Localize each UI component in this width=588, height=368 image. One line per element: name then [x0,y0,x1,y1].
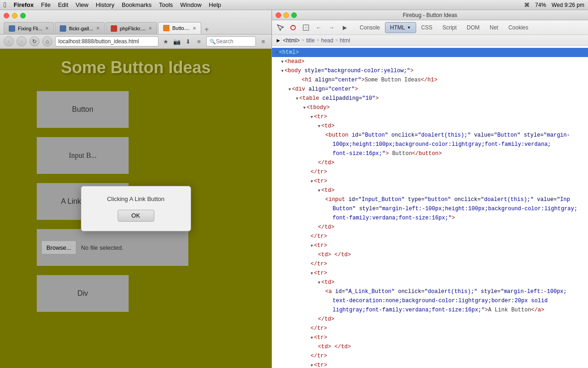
firebug-inspect-icon[interactable] [275,22,286,33]
tree-row-a-link[interactable]: <a id="A_Link_Button" onclick="doalert(t… [272,287,588,296]
menu-tools[interactable]: Tools [159,1,173,8]
firebug-select-icon[interactable] [300,22,311,33]
maximize-button[interactable] [20,13,26,18]
tab-button-ideas[interactable]: Butto.... ✕ [158,22,201,34]
tree-row-tr4-close[interactable]: </tr> [272,324,588,333]
firebug-maximize[interactable] [291,12,297,18]
menu-help[interactable]: Help [209,1,221,8]
firebug-run-icon[interactable]: ▶ [339,22,350,33]
apple-menu[interactable]:  [4,1,6,9]
tree-row-td5-empty[interactable]: <td> </td> [272,342,588,351]
triangle-tr6[interactable] [311,363,313,368]
firebug-close[interactable] [276,12,281,18]
tree-row-head[interactable]: <head> [272,57,588,66]
new-tab-button[interactable]: + [202,25,211,34]
tab-fixing-fli[interactable]: Fixing Fli... ✕ [4,22,54,34]
bookmark-icon[interactable]: ★ [161,37,170,46]
triangle-table[interactable] [296,97,298,101]
breadcrumb: ► <html> > title > head > html [272,35,588,46]
menu-bookmarks[interactable]: Bookmarks [122,1,152,8]
screenshot-icon[interactable]: 📷 [172,37,181,46]
breadcrumb-html[interactable]: <html> [283,37,300,44]
triangle-tbody[interactable] [303,106,305,110]
reload-button[interactable]: ↻ [29,36,40,46]
tab-flickr-gall[interactable]: flickr-gall... ✕ [55,22,105,34]
tree-row-tr6[interactable]: <tr> [272,361,588,368]
url-bar[interactable]: localhost:8888/button_ideas.html [55,36,158,46]
triangle-html[interactable] [276,51,278,55]
tab-net[interactable]: Net [485,22,503,33]
menu-icon[interactable]: ≡ [259,37,268,46]
triangle-td1[interactable] [318,124,320,129]
tab-label: Butto.... [172,25,190,31]
triangle-tr5[interactable] [311,336,313,340]
triangle-tr1[interactable] [311,115,313,120]
tree-row-table[interactable]: <table cellpadding="10"> [272,94,588,103]
tab-phpflickr[interactable]: phpFlickr.... ✕ [106,22,157,34]
more-icon[interactable]: ≡ [194,37,204,46]
tab-dom[interactable]: DOM [462,22,485,33]
menu-window[interactable]: Window [180,1,201,8]
tree-row-tr5[interactable]: <tr> [272,333,588,342]
tree-row-tr4[interactable]: <tr> [272,269,588,278]
triangle-td4[interactable] [318,281,320,285]
search-input[interactable] [216,38,253,45]
triangle-td2[interactable] [318,189,320,193]
tab-css[interactable]: CSS [416,22,438,33]
tab-close-icon[interactable]: ✕ [45,26,49,31]
tab-cookies[interactable]: Cookies [503,22,533,33]
tab-close-icon[interactable]: ✕ [96,26,100,31]
minimize-button[interactable] [12,13,17,18]
triangle-tr2[interactable] [311,179,313,184]
tree-row-h1[interactable]: <h1 align="center">Some Button Ideas</h1… [272,75,588,85]
close-button[interactable] [4,13,9,18]
menu-view[interactable]: View [76,1,89,8]
breadcrumb-title[interactable]: html [340,37,351,44]
tree-row-td2-close[interactable]: </td> [272,223,588,232]
tree-row-td1-close[interactable]: </td> [272,158,588,167]
forward-button[interactable]: › [17,36,27,46]
breadcrumb-head[interactable]: head [321,37,334,44]
triangle-div[interactable] [288,87,291,92]
tree-row-td4-close[interactable]: </td> [272,315,588,324]
tree-row-button[interactable]: <button id="Button" onclick="doalert(thi… [272,131,588,140]
menu-firefox[interactable]: Firefox [14,1,34,8]
tree-row-div-center[interactable]: <div align="center"> [272,85,588,94]
firebug-back-icon[interactable]: ← [313,22,324,33]
triangle-tr3[interactable] [311,244,313,248]
menu-history[interactable]: History [96,1,114,8]
tab-script[interactable]: Script [437,22,462,33]
firebug-forward-icon[interactable]: → [326,22,337,33]
tree-row-tr3-close[interactable]: </tr> [272,259,588,269]
tree-row-body[interactable]: <body style="background-color:yellow;"> [272,66,588,75]
firebug-bug-icon[interactable] [288,22,299,33]
triangle-head[interactable] [281,60,283,64]
tree-row-tr1[interactable]: <tr> [272,112,588,121]
tab-html[interactable]: HTML ▼ [385,22,416,33]
back-button[interactable]: ‹ [4,36,14,46]
triangle-body[interactable] [281,69,283,74]
tree-row-tr1-close[interactable]: </tr> [272,167,588,177]
tree-row-td1[interactable]: <td> [272,121,588,131]
tree-row-html[interactable]: <html> [272,48,588,57]
menu-edit[interactable]: Edit [58,1,68,8]
triangle-tr4[interactable] [311,271,313,276]
home-button[interactable]: ⌂ [42,36,52,46]
tab-close-icon[interactable]: ✕ [192,26,196,31]
tree-row-td4[interactable]: <td> [272,278,588,287]
tab-console[interactable]: Console [355,22,385,33]
tree-row-td3-empty[interactable]: <td> </td> [272,250,588,259]
tree-row-tbody[interactable]: <tbody> [272,103,588,112]
tree-row-input-button[interactable]: <input id="Input_Button" type="button" o… [272,195,588,204]
tree-row-tr2-close[interactable]: </tr> [272,232,588,241]
tab-close-icon[interactable]: ✕ [148,26,152,31]
tree-row-tr2[interactable]: <tr> [272,177,588,186]
tree-row-tr5-close[interactable]: </tr> [272,351,588,361]
breadcrumb-body[interactable]: title [306,37,315,44]
tree-row-td2[interactable]: <td> [272,186,588,195]
tree-row-tr3[interactable]: <tr> [272,241,588,250]
firebug-minimize[interactable] [283,12,289,18]
download-icon[interactable]: ⬇ [183,37,192,46]
menu-file[interactable]: File [41,1,51,8]
alert-ok-button[interactable]: OK [118,210,154,222]
